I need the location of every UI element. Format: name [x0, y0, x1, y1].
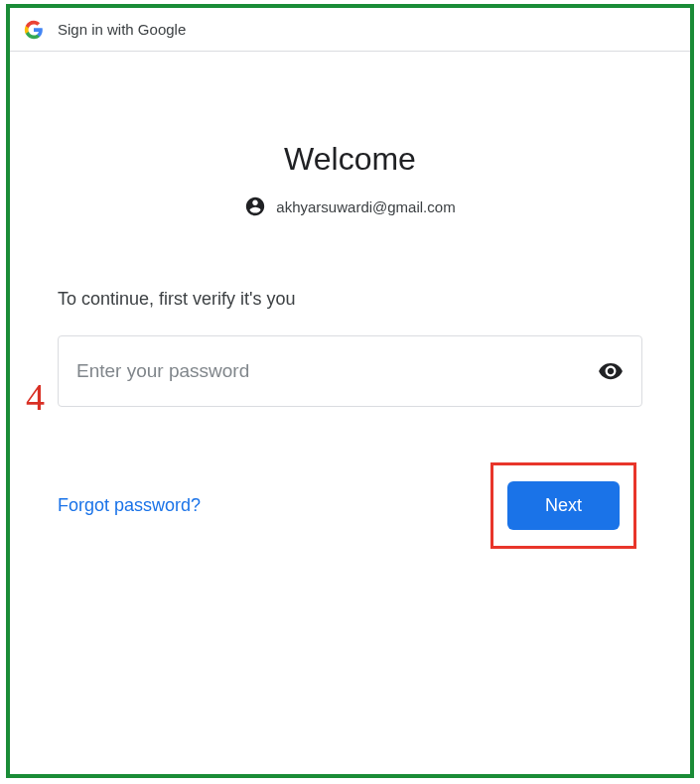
verify-prompt: To continue, first verify it's you: [58, 289, 642, 310]
password-input[interactable]: [76, 360, 598, 382]
header-bar: Sign in with Google: [10, 8, 690, 52]
forgot-password-link[interactable]: Forgot password?: [58, 495, 201, 516]
password-field-container: [58, 335, 642, 407]
highlight-annotation-box: Next: [490, 462, 636, 549]
account-email: akhyarsuwardi@gmail.com: [276, 198, 455, 215]
account-chip[interactable]: akhyarsuwardi@gmail.com: [58, 196, 642, 217]
next-button[interactable]: Next: [507, 481, 620, 530]
account-circle-icon: [244, 196, 266, 217]
welcome-heading: Welcome: [58, 141, 642, 178]
password-box: [58, 335, 642, 407]
app-window: Sign in with Google Welcome akhyarsuward…: [6, 4, 694, 778]
step-number-annotation: 4: [26, 375, 45, 419]
main-content: Welcome akhyarsuwardi@gmail.com To conti…: [10, 141, 690, 549]
header-title: Sign in with Google: [58, 21, 186, 38]
actions-row: Forgot password? Next: [58, 462, 642, 549]
show-password-icon[interactable]: [598, 358, 624, 384]
google-logo-icon: [24, 20, 44, 40]
